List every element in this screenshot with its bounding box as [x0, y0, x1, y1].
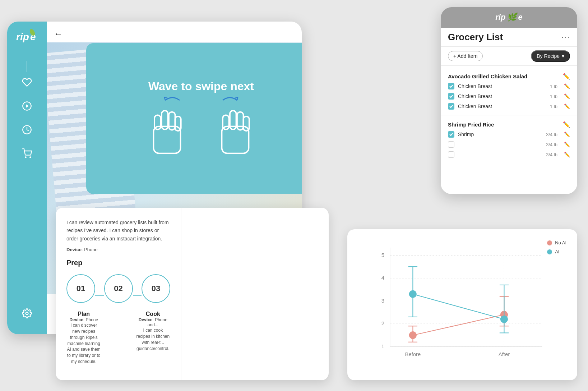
svg-text:1: 1 — [381, 344, 384, 349]
section-header-1: Avocado Grilled Chicken Salad ✏️ — [448, 71, 570, 81]
item-name-3: Chicken Breast — [458, 104, 546, 109]
item-edit-6[interactable]: ✏️ — [564, 152, 570, 157]
item-qty-3: 1 lb — [550, 104, 557, 109]
item-edit-3[interactable]: ✏️ — [564, 104, 570, 109]
item-qty-5: 3/4 lb — [546, 142, 557, 147]
section-title-2: Shrimp Fried Rice — [448, 121, 494, 128]
prep-steps-row: 01 02 03 — [66, 274, 170, 303]
wave-modal-title: Wave to swipe next — [148, 80, 254, 93]
svg-point-8 — [26, 312, 28, 315]
item-qty-6: 3/4 lb — [546, 152, 557, 157]
svg-text:After: After — [499, 351, 510, 357]
cart-icon[interactable] — [20, 147, 34, 160]
back-button[interactable]: ← — [54, 29, 62, 39]
step-info-3: I can cook recipes in kitchen with real-… — [136, 327, 170, 351]
item-name-1: Chicken Breast — [458, 83, 546, 89]
grocery-item: Chicken Breast 1 lb ✏️ — [448, 91, 570, 101]
step-title-3: Cook — [136, 311, 170, 317]
add-item-button[interactable]: + Add Item — [448, 51, 483, 61]
item-edit-2[interactable]: ✏️ — [564, 93, 570, 99]
svg-text:3: 3 — [381, 298, 384, 304]
checkbox-3[interactable] — [448, 103, 454, 110]
device-value: Phone — [84, 247, 98, 252]
chevron-down-icon: ▾ — [562, 53, 564, 59]
section-edit-icon-2[interactable]: ✏️ — [563, 121, 570, 128]
ai-dot — [547, 249, 552, 254]
section-header-2: Shrimp Fried Rice ✏️ — [448, 119, 570, 129]
svg-point-6 — [25, 157, 26, 157]
card-content: I can review automated grocery lists bui… — [56, 208, 329, 380]
svg-rect-12 — [169, 112, 175, 130]
step-label-1: Plan Device: Phone I can discover new re… — [66, 307, 101, 365]
item-edit-5[interactable]: ✏️ — [564, 142, 570, 147]
item-qty-2: 1 lb — [550, 94, 557, 99]
checkbox-2[interactable] — [448, 93, 454, 100]
svg-text:2: 2 — [381, 321, 384, 326]
grocery-header: rip 🌿 e — [441, 7, 577, 28]
item-name-2: Chicken Breast — [458, 93, 546, 99]
item-edit-1[interactable]: ✏️ — [564, 83, 570, 89]
grocery-panel: rip 🌿 e Grocery List ··· + Add Item By R… — [441, 7, 577, 194]
step-circle-2: 02 — [104, 274, 133, 303]
wave-modal: × Wave to swipe next — [86, 43, 302, 194]
step-label-2 — [101, 307, 135, 365]
svg-line-41 — [413, 294, 504, 319]
item-name-4: Shrimp — [458, 132, 542, 137]
svg-point-36 — [409, 331, 417, 339]
phone-header: ← — [47, 22, 302, 42]
right-hand-icon — [212, 104, 259, 158]
step-label-3: Cook Device: Phone and... I can cook rec… — [136, 307, 170, 365]
grocery-title: Grocery List — [448, 32, 503, 43]
legend-no-ai: No AI — [547, 240, 566, 245]
prep-title: Prep — [66, 259, 170, 267]
play-icon[interactable] — [20, 99, 34, 113]
svg-rect-17 — [237, 112, 244, 130]
checkbox-5[interactable] — [448, 141, 454, 148]
card-left: I can review automated grocery lists bui… — [56, 208, 181, 380]
clock-icon[interactable] — [20, 123, 34, 137]
ai-label: AI — [555, 249, 559, 254]
recipe-section-2: Shrimp Fried Rice ✏️ Shrimp 3/4 lb ✏️ 3/… — [441, 118, 577, 161]
svg-marker-4 — [26, 104, 29, 107]
item-edit-4[interactable]: ✏️ — [564, 132, 570, 137]
device-label: Device — [66, 247, 82, 252]
bottom-info-card: I can review automated grocery lists bui… — [56, 208, 329, 380]
heart-icon[interactable] — [20, 75, 34, 89]
grocery-item: Chicken Breast 1 lb ✏️ — [448, 101, 570, 111]
section-title-1: Avocado Grilled Chicken Salad — [448, 73, 527, 79]
chart-card: No AI AI 1 2 3 4 5 — [347, 229, 577, 380]
step-device-1: Device: Phone — [66, 317, 101, 322]
svg-text:5: 5 — [381, 252, 384, 258]
svg-text:rip: rip — [16, 31, 29, 42]
step-info-1: I can discover new recipes through Ripe'… — [66, 322, 101, 365]
grocery-more-button[interactable]: ··· — [561, 33, 570, 42]
sidebar-icons — [20, 75, 34, 308]
wave-hands-illustration — [144, 104, 259, 158]
card-device: Device: Phone — [66, 247, 170, 252]
prep-labels-row: Plan Device: Phone I can discover new re… — [66, 307, 170, 365]
connector-2 — [133, 295, 142, 296]
app-logo: rip e — [14, 29, 40, 43]
step-device-3: Device: Phone and... — [136, 317, 170, 327]
grocery-item: 3/4 lb ✏️ — [448, 139, 570, 150]
no-ai-dot — [547, 240, 552, 245]
section-edit-icon-1[interactable]: ✏️ — [563, 73, 570, 80]
checkbox-6[interactable] — [448, 151, 454, 158]
grocery-title-row: Grocery List ··· — [441, 28, 577, 47]
svg-point-45 — [409, 290, 417, 298]
no-ai-label: No AI — [555, 240, 566, 245]
svg-point-49 — [500, 316, 508, 323]
by-recipe-button[interactable]: By Recipe ▾ — [531, 50, 570, 62]
step-circle-1: 01 — [66, 274, 95, 303]
sidebar-divider — [27, 61, 27, 72]
section-divider — [441, 115, 577, 115]
recipe-section-1: Avocado Grilled Chicken Salad ✏️ Chicken… — [441, 69, 577, 113]
checkbox-1[interactable] — [448, 83, 454, 89]
svg-text:4: 4 — [381, 275, 384, 281]
svg-point-7 — [30, 157, 31, 157]
svg-line-32 — [413, 315, 504, 335]
chart-container: No AI AI 1 2 3 4 5 — [358, 240, 566, 369]
checkbox-4[interactable] — [448, 131, 454, 138]
card-description: I can review automated grocery lists bui… — [66, 218, 170, 243]
settings-icon[interactable] — [22, 308, 32, 320]
